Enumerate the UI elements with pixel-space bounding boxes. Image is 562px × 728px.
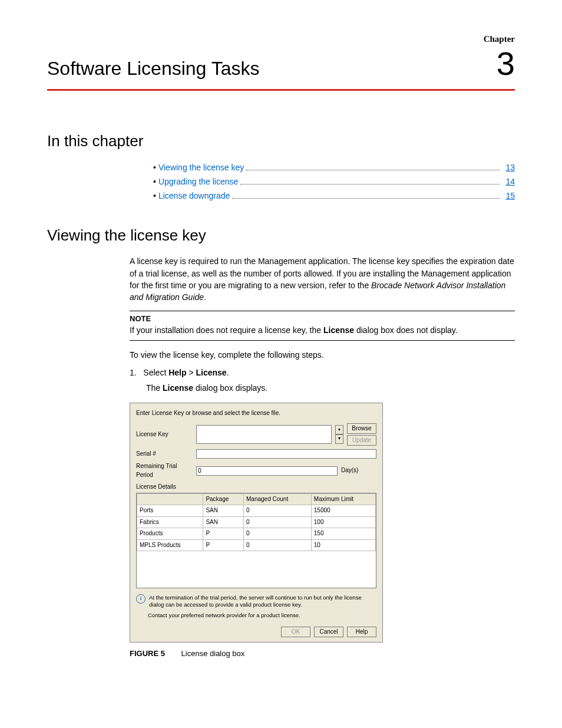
table-row: MPLS Products P 0 10 [137, 539, 376, 551]
chapter-number: 3 [497, 47, 515, 80]
table-header: Maximum Limit [311, 493, 375, 505]
table-row: Ports SAN 0 15000 [137, 505, 376, 517]
license-key-input[interactable] [196, 425, 332, 444]
info-text-2: Contact your preferred network provider … [148, 612, 300, 619]
figure-caption-text: License dialog box [181, 649, 245, 658]
note-bold: License [323, 325, 354, 335]
table-header: Package [203, 493, 244, 505]
toc-item: • Upgrading the license 14 [153, 175, 515, 189]
label-license-details: License Details [136, 483, 376, 492]
table-cell: 150 [311, 528, 375, 540]
serial-input[interactable] [196, 449, 376, 459]
browse-button[interactable]: Browse [347, 423, 376, 434]
label-serial: Serial # [136, 450, 193, 459]
step-sep: > [187, 368, 196, 377]
table-cell: 0 [244, 516, 312, 528]
chevron-down-icon[interactable]: ▼ [335, 434, 343, 444]
table-cell: SAN [203, 516, 244, 528]
step-1-sub: The License dialog box displays. [146, 382, 515, 394]
cancel-button[interactable]: Cancel [314, 627, 343, 637]
toc-page-downgrade[interactable]: 15 [502, 189, 515, 203]
step-bold-license: License [196, 368, 226, 377]
figure-label: FIGURE 5 [130, 649, 165, 658]
toc-item: • License downgrade 15 [153, 189, 515, 203]
label-license-key: License Key [136, 430, 193, 439]
bullet-icon: • [153, 189, 156, 203]
info-text-1: At the termination of the trial period, … [149, 594, 376, 609]
steps-intro: To view the license key, complete the fo… [130, 349, 515, 361]
section-viewing-license-key: Viewing the license key [47, 226, 515, 245]
info-message-2: Contact your preferred network provider … [136, 612, 376, 619]
table-cell: P [203, 539, 244, 551]
table-cell: 0 [244, 505, 312, 517]
toc-link-viewing[interactable]: Viewing the license key [158, 161, 244, 175]
step-number: 1. [130, 368, 137, 377]
table-cell: 100 [311, 516, 375, 528]
update-button[interactable]: Update [347, 435, 376, 446]
table-cell: 10 [311, 539, 375, 551]
toc-leader [240, 184, 500, 185]
table-cell: 15000 [311, 505, 375, 517]
ok-button[interactable]: OK [281, 627, 310, 637]
figure-caption: FIGURE 5 License dialog box [130, 648, 515, 660]
info-icon: i [136, 594, 146, 604]
table-cell: Ports [137, 505, 203, 517]
toc-link-upgrading[interactable]: Upgrading the license [158, 175, 238, 189]
table-cell: SAN [203, 505, 244, 517]
step-sub-a: The [146, 383, 163, 393]
table-header [137, 493, 203, 505]
table-cell: 0 [244, 528, 312, 540]
intro-text-b: . [204, 292, 206, 302]
bullet-icon: • [153, 161, 156, 175]
table-row: Products P 0 150 [137, 528, 376, 540]
section-in-this-chapter: In this chapter [47, 132, 515, 150]
toc-item: • Viewing the license key 13 [153, 161, 515, 175]
intro-paragraph: A license key is required to run the Man… [130, 255, 515, 303]
table-cell: MPLS Products [137, 539, 203, 551]
chapter-rule [47, 89, 515, 91]
toc-link-downgrade[interactable]: License downgrade [158, 189, 230, 203]
info-message-1: i At the termination of the trial period… [136, 594, 376, 609]
bullet-icon: • [153, 175, 156, 189]
step-sub-bold: License [163, 383, 193, 393]
toc-leader [232, 198, 500, 199]
table-cell: P [203, 528, 244, 540]
step-bold-help: Help [168, 368, 186, 377]
chapter-label: Chapter [484, 34, 515, 44]
chevron-up-icon[interactable]: ▲ [335, 425, 343, 434]
step-text-c: . [227, 368, 229, 377]
license-key-spinner[interactable]: ▲ ▼ [335, 425, 343, 444]
dialog-instruction: Enter License Key or browse and select t… [136, 409, 376, 418]
table-header: Managed Count [244, 493, 312, 505]
table-cell: Products [137, 528, 203, 540]
note-label: NOTE [130, 314, 515, 325]
help-button[interactable]: Help [347, 627, 376, 637]
note-text-a: If your installation does not require a … [130, 325, 323, 335]
table-row: Fabrics SAN 0 100 [137, 516, 376, 528]
note-text-b: dialog box does not display. [354, 325, 458, 335]
toc-page-upgrading[interactable]: 14 [502, 175, 515, 189]
label-remaining: Remaining Trial Period [136, 462, 193, 479]
note-text: If your installation does not require a … [130, 324, 515, 336]
step-sub-b: dialog box displays. [193, 383, 267, 393]
license-details-table: Package Managed Count Maximum Limit Port… [136, 493, 376, 588]
table-header-row: Package Managed Count Maximum Limit [137, 493, 376, 505]
chapter-title: Software Licensing Tasks [47, 47, 515, 85]
label-days: Day(s) [341, 466, 376, 475]
toc-leader [246, 170, 500, 170]
step-text-a: Select [143, 368, 168, 377]
table-cell: Fabrics [137, 516, 203, 528]
note-box: NOTE If your installation does not requi… [130, 311, 515, 341]
license-dialog: Enter License Key or browse and select t… [130, 403, 383, 643]
toc-page-viewing[interactable]: 13 [502, 161, 515, 175]
toc-list: • Viewing the license key 13 • Upgrading… [47, 161, 515, 203]
step-1: 1. Select Help > License. [130, 367, 515, 378]
table-cell: 0 [244, 539, 312, 551]
remaining-value: 0 [196, 466, 338, 476]
